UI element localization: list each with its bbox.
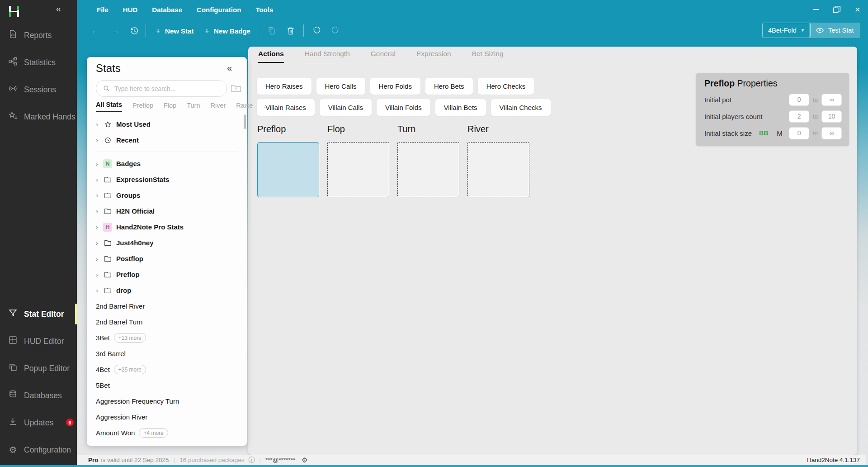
current-stat-dropdown[interactable]: 4Bet-Fold ▼ (762, 23, 811, 38)
action-button-villain-checks[interactable]: Villain Checks (491, 99, 551, 116)
sidebar-item-label: Stat Editor (24, 310, 64, 319)
action-button-hero-raises[interactable]: Hero Raises (257, 78, 311, 95)
undo-button[interactable] (311, 25, 323, 37)
badge-n-icon: N (103, 159, 112, 168)
stats-group-row[interactable]: ›Postflop (87, 251, 247, 267)
tab-expression[interactable]: Expression (416, 50, 451, 63)
more-variants-pill: +25 more (114, 365, 146, 374)
stat-list-item[interactable]: Aggression River (87, 409, 247, 425)
minimize-icon (813, 9, 819, 10)
stats-group-row[interactable]: ›Most Used (87, 116, 247, 132)
sidebar-item-updates[interactable]: Updates (0, 412, 77, 434)
sidebar-item-stat-editor[interactable]: Stat Editor (0, 303, 77, 325)
stat-list-item[interactable]: 2nd Barrel River (87, 298, 247, 314)
stats-tab-river[interactable]: River (210, 102, 226, 112)
unit-toggle-bb[interactable]: BB (759, 129, 768, 137)
sidebar-item-statistics[interactable]: Statistics (0, 52, 77, 73)
action-button-hero-folds[interactable]: Hero Folds (370, 78, 420, 95)
sidebar-item-configuration[interactable]: ⚙Configuration (0, 439, 77, 461)
stats-group-row[interactable]: ›HHand2Note Pro Stats (87, 219, 247, 235)
stats-tab--[interactable]: ... (263, 102, 269, 112)
stat-list-item[interactable]: Aggression Frequency Turn (87, 393, 247, 409)
stats-group-row[interactable]: ›Just4h0ney (87, 235, 247, 251)
stat-list-item[interactable]: Amount Won+4 more (87, 425, 247, 441)
packages-count: 16 purchased packages (179, 457, 244, 463)
action-button-villain-calls[interactable]: Villain Calls (320, 99, 372, 116)
new-stat-button[interactable]: +New Stat (156, 24, 193, 38)
minimize-button[interactable] (811, 5, 821, 14)
action-button-hero-checks[interactable]: Hero Checks (478, 78, 534, 95)
stats-tab-all-stats[interactable]: All Stats (96, 101, 122, 112)
range-from-input[interactable] (789, 127, 809, 139)
sidebar-item-label: Sessions (24, 85, 56, 95)
chevron-right-icon: › (96, 207, 103, 215)
range-to-input[interactable] (821, 94, 842, 106)
stats-group-row[interactable]: ›ExpressionStats (87, 172, 247, 187)
menu-item-database[interactable]: Database (152, 6, 182, 14)
sidebar-item-databases[interactable]: Databases (0, 385, 77, 406)
sidebar-collapse-button[interactable]: « (56, 4, 61, 14)
street-drop-zone-turn[interactable] (397, 142, 459, 197)
new-folder-button[interactable] (231, 83, 241, 93)
sidebar-item-hud-editor[interactable]: HUD Editor (0, 330, 77, 352)
street-drop-zone-preflop[interactable] (257, 142, 319, 197)
menu-item-hud[interactable]: HUD (123, 6, 138, 14)
stat-list-item[interactable]: 3rd Barrel (87, 346, 247, 362)
close-button[interactable]: × (853, 5, 863, 14)
search-input[interactable] (114, 85, 221, 92)
stats-panel-collapse-button[interactable]: « (227, 63, 232, 73)
duplicate-button[interactable] (266, 25, 278, 37)
tab-general[interactable]: General (371, 50, 396, 63)
stats-tab-raise[interactable]: Raise (236, 102, 253, 112)
stats-group-row[interactable]: ›NBadges (87, 156, 247, 172)
street-section-flop: Flop (327, 124, 389, 197)
stats-tab-turn[interactable]: Turn (187, 102, 200, 112)
range-from-input[interactable] (789, 110, 809, 123)
new-badge-button[interactable]: +New Badge (204, 24, 250, 38)
sidebar-item-reports[interactable]: Reports (0, 24, 77, 46)
tab-bet-sizing[interactable]: Bet Sizing (472, 50, 504, 63)
action-button-hero-bets[interactable]: Hero Bets (425, 78, 473, 95)
street-drop-zone-river[interactable] (467, 142, 529, 197)
account-settings-gear-icon[interactable]: ⚙ (302, 456, 307, 464)
stat-list-item[interactable]: 5Bet (87, 377, 247, 393)
tab-actions[interactable]: Actions (258, 50, 284, 63)
range-to-input[interactable] (821, 110, 842, 123)
stats-group-row[interactable]: ›Preflop (87, 267, 247, 282)
stats-group-row[interactable]: ›drop (87, 282, 247, 298)
stats-list-scrollbar[interactable] (244, 114, 246, 129)
test-stat-button[interactable]: Test Stat (809, 23, 860, 38)
stats-group-row[interactable]: ›Recent (87, 132, 247, 148)
unit-toggle-m[interactable]: M (777, 129, 783, 137)
sidebar-item-sessions[interactable]: Sessions (0, 79, 77, 100)
stat-list-item[interactable]: 3Bet+13 more (87, 330, 247, 346)
sidebar-item-marked-hands[interactable]: Marked Hands (0, 106, 77, 128)
sidebar-item-popup-editor[interactable]: Popup Editor (0, 357, 77, 379)
stats-group-row[interactable]: ›Groups (87, 187, 247, 203)
maximize-button[interactable] (832, 5, 842, 14)
action-button-hero-calls[interactable]: Hero Calls (316, 78, 365, 95)
tab-hand-strength[interactable]: Hand Strength (305, 50, 350, 63)
star-icon (103, 120, 112, 129)
stats-tab-flop[interactable]: Flop (164, 102, 176, 112)
nav-forward-button[interactable]: → (109, 25, 121, 37)
menu-item-tools[interactable]: Tools (255, 6, 273, 14)
redo-button[interactable] (329, 25, 341, 37)
stat-list-item[interactable]: 2nd Barrel Turn (87, 314, 247, 330)
property-row: Initial players countto (704, 110, 842, 123)
delete-button[interactable] (285, 25, 297, 37)
range-from-input[interactable] (789, 94, 809, 106)
action-button-villain-bets[interactable]: Villain Bets (435, 99, 486, 116)
property-row: Initial stack sizeBBMto (704, 127, 842, 139)
nav-back-button[interactable]: ← (90, 25, 101, 37)
stat-list-item[interactable]: 4Bet+25 more (87, 362, 247, 377)
stats-group-row[interactable]: ›H2N Official (87, 203, 247, 219)
menu-item-file[interactable]: File (97, 6, 108, 14)
history-button[interactable] (128, 25, 140, 37)
range-to-input[interactable] (821, 127, 842, 139)
action-button-villain-folds[interactable]: Villain Folds (377, 99, 430, 116)
menu-item-configuration[interactable]: Configuration (197, 6, 241, 14)
stats-tab-preflop[interactable]: Preflop (132, 102, 153, 112)
street-drop-zone-flop[interactable] (327, 142, 389, 197)
info-icon[interactable]: ⓘ (249, 456, 255, 464)
